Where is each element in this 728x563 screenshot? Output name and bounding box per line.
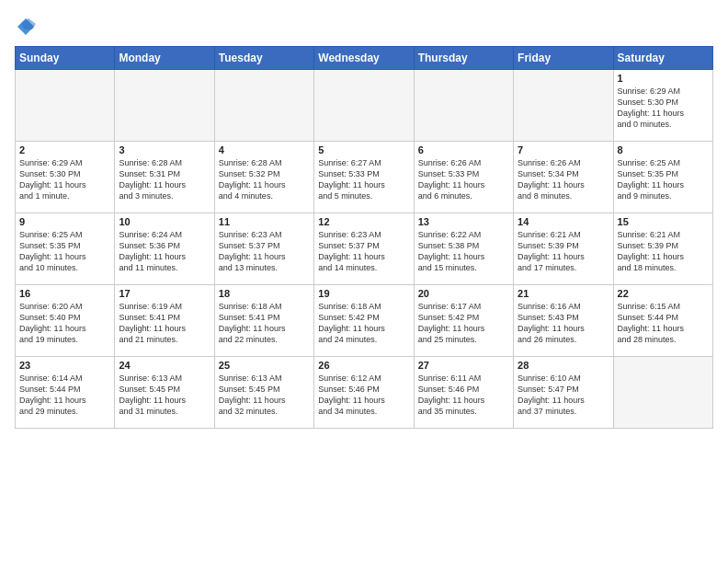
calendar-cell: 24Sunrise: 6:13 AM Sunset: 5:45 PM Dayli… bbox=[115, 356, 214, 428]
day-number: 19 bbox=[318, 288, 409, 299]
calendar-header: SundayMondayTuesdayWednesdayThursdayFrid… bbox=[16, 46, 713, 69]
calendar-cell bbox=[314, 69, 414, 141]
calendar-cell bbox=[613, 356, 712, 428]
day-number: 13 bbox=[418, 216, 509, 227]
calendar-cell: 7Sunrise: 6:26 AM Sunset: 5:34 PM Daylig… bbox=[514, 141, 613, 213]
day-info: Sunrise: 6:26 AM Sunset: 5:33 PM Dayligh… bbox=[418, 157, 509, 202]
calendar-cell: 26Sunrise: 6:12 AM Sunset: 5:46 PM Dayli… bbox=[314, 356, 414, 428]
calendar-table: SundayMondayTuesdayWednesdayThursdayFrid… bbox=[15, 46, 713, 429]
day-number: 14 bbox=[518, 216, 609, 227]
day-number: 27 bbox=[418, 360, 509, 371]
day-info: Sunrise: 6:27 AM Sunset: 5:33 PM Dayligh… bbox=[318, 157, 409, 202]
day-number: 25 bbox=[219, 360, 310, 371]
day-info: Sunrise: 6:28 AM Sunset: 5:31 PM Dayligh… bbox=[119, 157, 210, 202]
day-number: 7 bbox=[518, 144, 609, 155]
calendar-week-1: 2Sunrise: 6:29 AM Sunset: 5:30 PM Daylig… bbox=[16, 141, 713, 213]
calendar-cell: 6Sunrise: 6:26 AM Sunset: 5:33 PM Daylig… bbox=[414, 141, 513, 213]
calendar-week-2: 9Sunrise: 6:25 AM Sunset: 5:35 PM Daylig… bbox=[16, 213, 713, 284]
calendar-cell: 21Sunrise: 6:16 AM Sunset: 5:43 PM Dayli… bbox=[514, 284, 613, 356]
calendar-week-4: 23Sunrise: 6:14 AM Sunset: 5:44 PM Dayli… bbox=[16, 356, 713, 428]
logo bbox=[15, 15, 36, 37]
calendar-cell: 8Sunrise: 6:25 AM Sunset: 5:35 PM Daylig… bbox=[613, 141, 712, 213]
weekday-header-thursday: Thursday bbox=[414, 46, 513, 69]
calendar-cell: 19Sunrise: 6:18 AM Sunset: 5:42 PM Dayli… bbox=[314, 284, 414, 356]
day-number: 20 bbox=[418, 288, 509, 299]
day-info: Sunrise: 6:21 AM Sunset: 5:39 PM Dayligh… bbox=[618, 229, 709, 274]
calendar-week-3: 16Sunrise: 6:20 AM Sunset: 5:40 PM Dayli… bbox=[16, 284, 713, 356]
calendar-cell: 10Sunrise: 6:24 AM Sunset: 5:36 PM Dayli… bbox=[115, 213, 214, 284]
calendar-cell: 27Sunrise: 6:11 AM Sunset: 5:46 PM Dayli… bbox=[414, 356, 513, 428]
weekday-header-friday: Friday bbox=[514, 46, 613, 69]
calendar-cell: 14Sunrise: 6:21 AM Sunset: 5:39 PM Dayli… bbox=[514, 213, 613, 284]
calendar-cell: 1Sunrise: 6:29 AM Sunset: 5:30 PM Daylig… bbox=[613, 69, 712, 141]
calendar-cell: 23Sunrise: 6:14 AM Sunset: 5:44 PM Dayli… bbox=[16, 356, 115, 428]
weekday-header-tuesday: Tuesday bbox=[214, 46, 313, 69]
calendar-cell: 12Sunrise: 6:23 AM Sunset: 5:37 PM Dayli… bbox=[314, 213, 414, 284]
day-info: Sunrise: 6:23 AM Sunset: 5:37 PM Dayligh… bbox=[219, 229, 310, 274]
calendar-cell: 25Sunrise: 6:13 AM Sunset: 5:45 PM Dayli… bbox=[214, 356, 313, 428]
calendar-cell bbox=[16, 69, 115, 141]
day-number: 17 bbox=[119, 288, 210, 299]
day-number: 5 bbox=[318, 144, 409, 155]
day-info: Sunrise: 6:10 AM Sunset: 5:47 PM Dayligh… bbox=[518, 373, 609, 418]
calendar-cell: 3Sunrise: 6:28 AM Sunset: 5:31 PM Daylig… bbox=[115, 141, 214, 213]
day-number: 16 bbox=[19, 288, 110, 299]
day-info: Sunrise: 6:18 AM Sunset: 5:42 PM Dayligh… bbox=[318, 301, 409, 346]
day-info: Sunrise: 6:28 AM Sunset: 5:32 PM Dayligh… bbox=[219, 157, 310, 202]
day-info: Sunrise: 6:24 AM Sunset: 5:36 PM Dayligh… bbox=[119, 229, 210, 274]
day-info: Sunrise: 6:15 AM Sunset: 5:44 PM Dayligh… bbox=[618, 301, 709, 346]
weekday-header-monday: Monday bbox=[115, 46, 214, 69]
day-number: 2 bbox=[19, 144, 110, 155]
day-number: 23 bbox=[19, 360, 110, 371]
day-info: Sunrise: 6:22 AM Sunset: 5:38 PM Dayligh… bbox=[418, 229, 509, 274]
calendar-cell: 28Sunrise: 6:10 AM Sunset: 5:47 PM Dayli… bbox=[514, 356, 613, 428]
day-info: Sunrise: 6:23 AM Sunset: 5:37 PM Dayligh… bbox=[318, 229, 409, 274]
day-number: 11 bbox=[219, 216, 310, 227]
day-info: Sunrise: 6:17 AM Sunset: 5:42 PM Dayligh… bbox=[418, 301, 509, 346]
calendar-cell bbox=[414, 69, 513, 141]
calendar-cell: 17Sunrise: 6:19 AM Sunset: 5:41 PM Dayli… bbox=[115, 284, 214, 356]
day-info: Sunrise: 6:13 AM Sunset: 5:45 PM Dayligh… bbox=[119, 373, 210, 418]
day-number: 9 bbox=[19, 216, 110, 227]
day-info: Sunrise: 6:14 AM Sunset: 5:44 PM Dayligh… bbox=[19, 373, 110, 418]
calendar-cell: 5Sunrise: 6:27 AM Sunset: 5:33 PM Daylig… bbox=[314, 141, 414, 213]
calendar-cell: 11Sunrise: 6:23 AM Sunset: 5:37 PM Dayli… bbox=[214, 213, 313, 284]
day-info: Sunrise: 6:25 AM Sunset: 5:35 PM Dayligh… bbox=[618, 157, 709, 202]
day-number: 21 bbox=[518, 288, 609, 299]
calendar-cell: 9Sunrise: 6:25 AM Sunset: 5:35 PM Daylig… bbox=[16, 213, 115, 284]
calendar-cell: 4Sunrise: 6:28 AM Sunset: 5:32 PM Daylig… bbox=[214, 141, 313, 213]
calendar-cell: 15Sunrise: 6:21 AM Sunset: 5:39 PM Dayli… bbox=[613, 213, 712, 284]
day-number: 22 bbox=[618, 288, 709, 299]
day-number: 4 bbox=[219, 144, 310, 155]
day-number: 12 bbox=[318, 216, 409, 227]
day-info: Sunrise: 6:26 AM Sunset: 5:34 PM Dayligh… bbox=[518, 157, 609, 202]
logo-icon bbox=[16, 17, 36, 37]
calendar-cell: 22Sunrise: 6:15 AM Sunset: 5:44 PM Dayli… bbox=[613, 284, 712, 356]
day-number: 28 bbox=[518, 360, 609, 371]
day-info: Sunrise: 6:12 AM Sunset: 5:46 PM Dayligh… bbox=[318, 373, 409, 418]
day-info: Sunrise: 6:20 AM Sunset: 5:40 PM Dayligh… bbox=[19, 301, 110, 346]
calendar-cell bbox=[214, 69, 313, 141]
day-number: 8 bbox=[618, 144, 709, 155]
calendar-cell: 18Sunrise: 6:18 AM Sunset: 5:41 PM Dayli… bbox=[214, 284, 313, 356]
calendar-week-0: 1Sunrise: 6:29 AM Sunset: 5:30 PM Daylig… bbox=[16, 69, 713, 141]
day-info: Sunrise: 6:16 AM Sunset: 5:43 PM Dayligh… bbox=[518, 301, 609, 346]
calendar-cell: 16Sunrise: 6:20 AM Sunset: 5:40 PM Dayli… bbox=[16, 284, 115, 356]
day-number: 6 bbox=[418, 144, 509, 155]
calendar-cell bbox=[514, 69, 613, 141]
calendar-cell: 2Sunrise: 6:29 AM Sunset: 5:30 PM Daylig… bbox=[16, 141, 115, 213]
day-info: Sunrise: 6:29 AM Sunset: 5:30 PM Dayligh… bbox=[618, 86, 709, 131]
calendar-cell: 13Sunrise: 6:22 AM Sunset: 5:38 PM Dayli… bbox=[414, 213, 513, 284]
day-info: Sunrise: 6:11 AM Sunset: 5:46 PM Dayligh… bbox=[418, 373, 509, 418]
calendar-cell: 20Sunrise: 6:17 AM Sunset: 5:42 PM Dayli… bbox=[414, 284, 513, 356]
day-number: 26 bbox=[318, 360, 409, 371]
calendar-body: 1Sunrise: 6:29 AM Sunset: 5:30 PM Daylig… bbox=[16, 69, 713, 428]
day-info: Sunrise: 6:13 AM Sunset: 5:45 PM Dayligh… bbox=[219, 373, 310, 418]
day-info: Sunrise: 6:19 AM Sunset: 5:41 PM Dayligh… bbox=[119, 301, 210, 346]
day-number: 10 bbox=[119, 216, 210, 227]
day-number: 1 bbox=[618, 73, 709, 84]
page: SundayMondayTuesdayWednesdayThursdayFrid… bbox=[0, 0, 728, 563]
weekday-header-wednesday: Wednesday bbox=[314, 46, 414, 69]
day-info: Sunrise: 6:25 AM Sunset: 5:35 PM Dayligh… bbox=[19, 229, 110, 274]
weekday-header-saturday: Saturday bbox=[613, 46, 712, 69]
